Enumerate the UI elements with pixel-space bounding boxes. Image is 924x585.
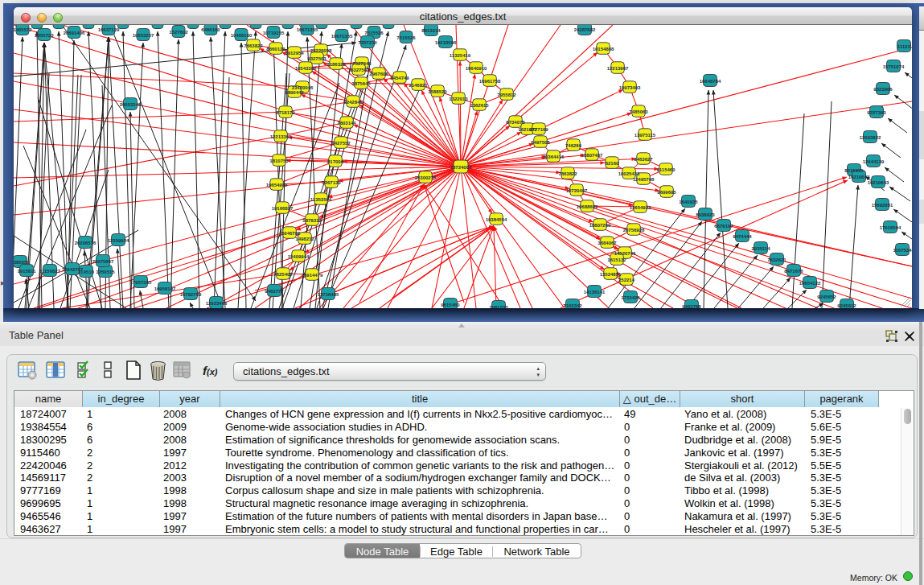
svg-text:7357234: 7357234 (358, 40, 377, 45)
svg-text:8215955: 8215955 (844, 168, 864, 173)
svg-text:19218506: 19218506 (435, 40, 457, 45)
svg-text:1640935: 1640935 (679, 200, 698, 204)
svg-text:9890443: 9890443 (285, 90, 304, 95)
svg-text:6466160: 6466160 (201, 27, 220, 32)
svg-text:1405572: 1405572 (14, 27, 32, 32)
svg-text:9242845: 9242845 (343, 100, 363, 105)
svg-text:14136141: 14136141 (584, 290, 606, 295)
svg-text:8660123: 8660123 (266, 47, 285, 51)
svg-text:9463788: 9463788 (682, 304, 701, 309)
svg-text:11325419: 11325419 (450, 53, 471, 58)
svg-text:9327503: 9327503 (307, 56, 326, 61)
svg-text:20364416: 20364416 (543, 154, 565, 159)
svg-text:14520746: 14520746 (614, 251, 636, 256)
svg-text:16671355: 16671355 (297, 27, 318, 32)
svg-text:9777169: 9777169 (529, 127, 548, 132)
svg-text:11122: 11122 (897, 44, 911, 49)
svg-text:1167534: 1167534 (893, 248, 912, 253)
svg-text:17957265: 17957265 (130, 280, 152, 285)
svg-text:19166827: 19166827 (272, 206, 294, 211)
svg-text:1615132: 1615132 (607, 257, 626, 262)
svg-text:1733426: 1733426 (621, 295, 640, 300)
svg-text:9115460: 9115460 (656, 167, 676, 172)
svg-text:1362615: 1362615 (470, 103, 489, 108)
svg-text:7515526: 7515526 (396, 35, 416, 40)
svg-text:9463777: 9463777 (265, 289, 284, 294)
svg-text:16961758: 16961758 (479, 79, 501, 84)
svg-text:3385051: 3385051 (14, 260, 30, 265)
svg-text:9474444: 9474444 (733, 234, 752, 239)
svg-text:9463627: 9463627 (634, 157, 653, 162)
svg-text:9615460: 9615460 (441, 303, 460, 307)
svg-text:13524851: 13524851 (600, 272, 622, 277)
svg-text:18807269: 18807269 (589, 223, 611, 228)
svg-text:16914479: 16914479 (302, 273, 323, 278)
svg-text:7803144: 7803144 (337, 121, 356, 126)
svg-text:1915811: 1915811 (17, 269, 36, 274)
svg-text:20053346: 20053346 (120, 102, 142, 107)
svg-text:24387682: 24387682 (574, 27, 596, 32)
svg-text:7527546: 7527546 (352, 61, 372, 66)
svg-text:9245652: 9245652 (817, 295, 836, 299)
svg-text:10543382: 10543382 (295, 66, 317, 71)
svg-text:2718170: 2718170 (276, 110, 295, 115)
svg-text:1527602: 1527602 (169, 30, 188, 35)
svg-text:10046786: 10046786 (279, 231, 301, 236)
svg-text:11353594: 11353594 (310, 197, 332, 202)
svg-text:817006: 817006 (327, 159, 344, 164)
svg-text:8454749: 8454749 (390, 76, 409, 80)
svg-text:10654122: 10654122 (799, 281, 821, 286)
svg-text:12444139: 12444139 (863, 159, 885, 164)
svg-text:16648784: 16648784 (700, 79, 721, 84)
svg-text:7163342: 7163342 (563, 303, 582, 308)
svg-text:3684067: 3684067 (598, 241, 617, 245)
svg-text:9699695: 9699695 (657, 190, 676, 195)
svg-text:20206576: 20206576 (75, 241, 97, 245)
svg-text:9323966: 9323966 (873, 87, 893, 92)
svg-text:16210643: 16210643 (868, 180, 889, 185)
svg-text:1322013: 1322013 (449, 97, 468, 101)
svg-text:114519: 114519 (78, 270, 94, 274)
svg-text:15692951: 15692951 (872, 203, 893, 208)
svg-text:746266: 746266 (565, 143, 582, 148)
svg-text:1498212: 1498212 (295, 237, 314, 241)
svg-text:10466160: 10466160 (231, 33, 253, 38)
svg-text:13975115: 13975115 (634, 133, 656, 138)
svg-text:16210643: 16210643 (848, 175, 870, 179)
svg-text:62160: 62160 (606, 161, 619, 166)
svg-text:12923466: 12923466 (206, 301, 228, 306)
svg-text:20691406: 20691406 (64, 31, 85, 35)
svg-text:6734078: 6734078 (506, 120, 525, 125)
svg-text:12213967: 12213967 (607, 66, 629, 71)
svg-text:15720407: 15720407 (566, 188, 588, 193)
svg-text:13654923: 13654923 (630, 205, 651, 210)
svg-text:8938923: 8938923 (696, 212, 715, 217)
svg-text:10671355: 10671355 (331, 34, 353, 39)
svg-text:18724007: 18724007 (450, 165, 472, 170)
svg-text:16637129: 16637129 (98, 27, 120, 32)
svg-text:15327503: 15327503 (348, 68, 370, 72)
svg-text:13716485: 13716485 (318, 292, 339, 297)
svg-text:9146821: 9146821 (409, 83, 428, 88)
svg-text:9245612: 9245612 (837, 303, 856, 308)
svg-text:9227393: 9227393 (867, 110, 886, 115)
svg-text:19384554: 19384554 (486, 217, 507, 222)
svg-text:20756928: 20756928 (623, 228, 645, 233)
svg-text:19654985: 19654985 (266, 183, 288, 187)
svg-text:9427552: 9427552 (331, 141, 351, 146)
svg-text:7632621: 7632621 (767, 257, 786, 262)
svg-text:7625402: 7625402 (273, 272, 293, 277)
svg-text:10973493: 10973493 (619, 85, 641, 90)
svg-text:10807487: 10807487 (581, 153, 603, 158)
svg-text:12213363: 12213363 (270, 134, 292, 139)
svg-text:23226058: 23226058 (310, 48, 332, 53)
svg-text:10958107: 10958107 (154, 286, 176, 291)
svg-text:7515526: 7515526 (364, 31, 384, 35)
svg-text:10154808: 10154808 (593, 47, 614, 51)
svg-text:10688609: 10688609 (577, 204, 598, 209)
svg-text:7955812: 7955812 (497, 93, 516, 97)
svg-text:12359924: 12359924 (108, 238, 129, 243)
svg-text:5878312: 5878312 (302, 218, 322, 223)
svg-text:10653257: 10653257 (133, 33, 154, 38)
svg-text:6497508: 6497508 (531, 140, 550, 145)
